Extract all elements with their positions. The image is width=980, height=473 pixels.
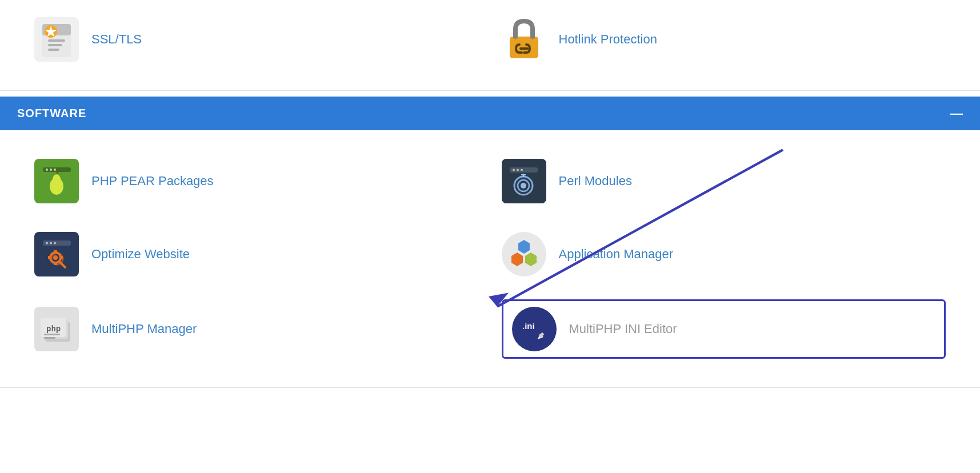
- svg-point-17: [513, 169, 515, 171]
- svg-text:php: php: [46, 324, 61, 333]
- svg-point-28: [54, 242, 56, 244]
- software-collapse-button[interactable]: —: [950, 107, 963, 120]
- php-pear-packages-label: PHP PEAR Packages: [91, 174, 214, 189]
- svg-rect-5: [48, 44, 62, 46]
- optimize-website-icon: [34, 232, 79, 276]
- security-grid: SSL/TLS: [34, 11, 946, 67]
- optimize-website-label: Optimize Website: [91, 247, 190, 262]
- multiphp-ini-editor-label: MultiPHP INI Editor: [569, 322, 677, 336]
- php-pear-packages-item[interactable]: PHP PEAR Packages: [34, 153, 479, 209]
- ssl-tls-icon: [34, 17, 79, 62]
- svg-point-27: [50, 242, 52, 244]
- top-divider: [0, 90, 980, 91]
- svg-point-10: [46, 169, 48, 171]
- svg-point-14: [53, 174, 61, 185]
- application-manager-label: Application Manager: [559, 247, 674, 262]
- svg-rect-44: [44, 334, 60, 335]
- svg-rect-4: [48, 39, 65, 42]
- optimize-website-item[interactable]: Optimize Website: [34, 226, 479, 282]
- svg-marker-38: [511, 252, 523, 266]
- ssl-tls-label: SSL/TLS: [91, 32, 142, 47]
- multiphp-manager-label: MultiPHP Manager: [91, 322, 197, 336]
- svg-text:.ini: .ini: [522, 321, 535, 331]
- bottom-divider: [0, 387, 980, 388]
- svg-point-11: [50, 169, 52, 171]
- svg-point-19: [521, 169, 523, 171]
- svg-point-30: [53, 255, 58, 260]
- perl-modules-icon: [502, 159, 546, 203]
- hotlink-protection-icon: [502, 17, 546, 62]
- multiphp-manager-icon: php: [34, 307, 79, 351]
- application-manager-item[interactable]: Application Manager: [502, 226, 946, 282]
- application-manager-icon: [502, 232, 546, 276]
- svg-point-12: [54, 169, 56, 171]
- svg-rect-45: [44, 337, 55, 339]
- svg-marker-37: [518, 240, 530, 254]
- hotlink-protection-item[interactable]: Hotlink Protection: [502, 11, 946, 67]
- perl-modules-label: Perl Modules: [559, 174, 632, 189]
- security-section: SSL/TLS: [0, 0, 980, 85]
- multiphp-manager-item[interactable]: php MultiPHP Manager: [34, 299, 479, 359]
- software-section-title: SOFTWARE: [17, 107, 86, 120]
- svg-rect-6: [48, 49, 59, 51]
- multiphp-ini-editor-icon: .ini: [512, 307, 557, 351]
- svg-rect-33: [48, 256, 51, 259]
- svg-point-26: [46, 242, 48, 244]
- software-section: PHP PEAR Packages: [0, 136, 980, 376]
- svg-point-22: [521, 183, 526, 189]
- multiphp-ini-editor-item[interactable]: .ini MultiPHP INI Editor: [502, 299, 946, 359]
- software-section-header[interactable]: SOFTWARE —: [0, 97, 980, 130]
- svg-marker-39: [525, 252, 537, 266]
- svg-point-18: [517, 169, 519, 171]
- php-pear-packages-icon: [34, 159, 79, 203]
- software-grid: PHP PEAR Packages: [34, 153, 946, 359]
- ssl-tls-item[interactable]: SSL/TLS: [34, 11, 479, 67]
- perl-modules-item[interactable]: Perl Modules: [502, 153, 946, 209]
- hotlink-protection-label: Hotlink Protection: [559, 32, 657, 47]
- page-container: SSL/TLS: [0, 0, 980, 473]
